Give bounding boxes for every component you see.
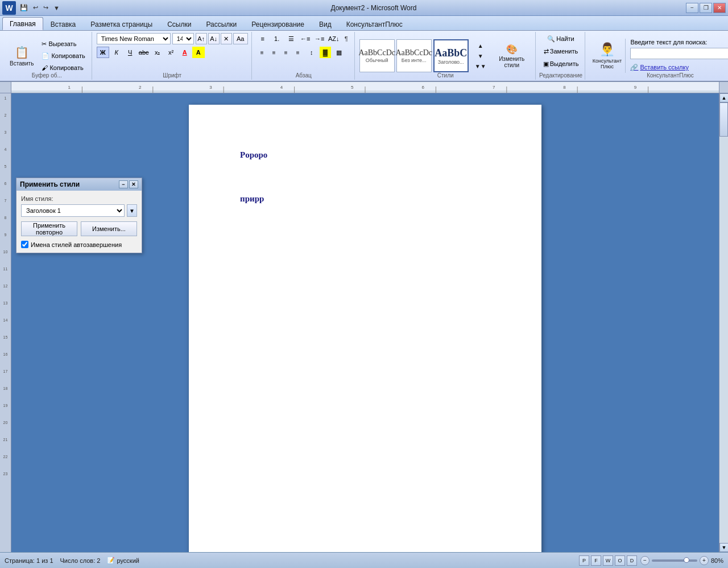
tab-konsultant[interactable]: КонсультантПлюс (339, 18, 410, 30)
styles-scroll-up[interactable]: ▲ (478, 43, 483, 49)
tab-insert[interactable]: Вставка (43, 18, 84, 30)
increase-indent-btn[interactable]: →≡ (313, 33, 326, 44)
format-painter-btn[interactable]: 🖌 Копировать (39, 62, 88, 73)
decrease-font-btn[interactable]: A↓ (208, 33, 220, 44)
close-btn[interactable]: ✕ (713, 3, 726, 13)
select-btn[interactable]: ▣ Выделить (540, 58, 582, 69)
save-quick-btn[interactable]: 💾 (18, 3, 30, 13)
borders-btn[interactable]: ▦ (333, 47, 345, 58)
ruler-num-11: 11 (0, 267, 11, 284)
increase-font-btn[interactable]: A↑ (196, 33, 207, 44)
styles-scroll-down[interactable]: ▼ (478, 53, 483, 59)
change-styles-icon: 🎨 (506, 44, 518, 55)
pilcrow-btn[interactable]: ¶ (342, 34, 351, 43)
line-spacing-btn[interactable]: ↕ (305, 47, 318, 58)
font-color-btn[interactable]: А (179, 47, 191, 58)
minimize-btn[interactable]: − (686, 3, 698, 13)
decrease-indent-btn[interactable]: ←≡ (299, 33, 312, 44)
style-select-row: Заголовок 1 ▼ (21, 204, 137, 217)
zoom-out-btn[interactable]: − (640, 556, 650, 565)
style-no-spacing[interactable]: AaBbCcDc Без инте... (396, 39, 432, 72)
style-normal[interactable]: AaBbCcDc Обычный (359, 39, 395, 72)
scroll-track[interactable] (719, 102, 728, 543)
web-view-btn[interactable]: W (603, 555, 613, 566)
svg-text:2: 2 (139, 85, 142, 90)
title-bar-controls: − ❒ ✕ (686, 3, 726, 13)
font-name-selector[interactable]: Times New Roman (97, 33, 171, 44)
clear-format-btn[interactable]: ✕ (221, 33, 232, 44)
panel-title-bar[interactable]: Применить стили − ✕ (16, 178, 142, 191)
bullets-btn[interactable]: ≡ (257, 33, 269, 44)
konsultant-search-input[interactable] (630, 48, 728, 59)
style-heading1[interactable]: AaBbC Заголово... (433, 39, 469, 72)
redo-quick-btn[interactable]: ↪ (42, 3, 50, 13)
tab-references[interactable]: Ссылки (160, 18, 198, 30)
highlight-btn[interactable]: А (192, 47, 205, 58)
tab-view[interactable]: Вид (312, 18, 339, 30)
multilevel-btn[interactable]: ☰ (285, 33, 297, 44)
tab-review[interactable]: Рецензирование (244, 18, 312, 30)
ribbon-group-font: Times New Roman 14 A↑ A↓ ✕ Aa Ж К Ч abc (93, 32, 252, 80)
find-btn[interactable]: 🔍 Найти (544, 33, 577, 44)
shading-btn[interactable]: ▓ (320, 47, 331, 58)
svg-text:3: 3 (209, 85, 212, 90)
styles-scroll-btns: ▲ ▼ ▼▼ (470, 39, 491, 72)
subscript-btn[interactable]: x₂ (151, 47, 164, 58)
align-left-btn[interactable]: ≡ (257, 47, 268, 58)
zoom-in-btn[interactable]: + (700, 556, 709, 565)
paste-icon: 📋 (15, 46, 29, 59)
sort-btn[interactable]: AZ↓ (328, 33, 340, 44)
draft-view-btn[interactable]: D (627, 555, 637, 566)
cut-btn[interactable]: ✂ Вырезать (39, 38, 88, 50)
numbering-btn[interactable]: 1. (271, 33, 283, 44)
svg-text:8: 8 (563, 85, 566, 90)
autocomplete-label: Имена стилей автозавершения (31, 241, 122, 248)
aa-btn[interactable]: Aa (233, 33, 248, 44)
scroll-up-btn[interactable]: ▲ (719, 93, 728, 102)
autocomplete-checkbox[interactable] (21, 241, 28, 248)
style-select[interactable]: Заголовок 1 (21, 204, 125, 217)
undo-quick-btn[interactable]: ↩ (31, 3, 40, 13)
zoom-level: 80% (711, 557, 723, 564)
align-justify-btn[interactable]: ≡ (292, 47, 304, 58)
underline-btn[interactable]: Ч (124, 47, 136, 58)
copy-btn[interactable]: 📄 Копировать (39, 50, 88, 61)
outline-view-btn[interactable]: O (615, 555, 625, 566)
document-area[interactable]: Pороро прирр (11, 93, 719, 552)
insert-link-btn[interactable]: 🔗 Вставить ссылку (630, 61, 728, 73)
italic-btn[interactable]: К (110, 47, 123, 58)
apply-again-btn[interactable]: Применить повторно (21, 221, 77, 236)
styles-more-btn[interactable]: ▼▼ (475, 63, 486, 69)
replace-btn[interactable]: ⇄ Заменить (541, 46, 581, 57)
panel-close-btn[interactable]: ✕ (129, 180, 138, 188)
fullscreen-view-btn[interactable]: F (591, 555, 601, 566)
bold-btn[interactable]: Ж (97, 47, 109, 58)
align-center-btn[interactable]: ≡ (268, 47, 280, 58)
panel-minimize-btn[interactable]: − (119, 180, 128, 188)
strikethrough-btn[interactable]: abc (138, 47, 150, 58)
ribbon-group-paragraph: ≡ 1. ☰ ←≡ →≡ AZ↓ ¶ ≡ ≡ ≡ ≡ ↕ ▓ ▦ Абзац (253, 32, 355, 80)
restore-btn[interactable]: ❒ (700, 3, 712, 13)
align-right-btn[interactable]: ≡ (280, 47, 292, 58)
ruler-num-5: 5 (0, 164, 11, 182)
tab-mailings[interactable]: Рассылки (198, 18, 244, 30)
customize-quick-btn[interactable]: ▼ (52, 3, 61, 13)
modify-btn[interactable]: Изменить... (81, 221, 137, 236)
scroll-down-btn[interactable]: ▼ (719, 543, 728, 552)
styles-content: AaBbCcDc Обычный AaBbCcDc Без инте... Aa… (359, 33, 532, 79)
superscript-btn[interactable]: x² (165, 47, 177, 58)
paste-btn[interactable]: 📋 Вставить (6, 39, 38, 72)
zoom-slider[interactable] (652, 559, 697, 562)
change-styles-btn[interactable]: 🎨 Изменить стили (492, 39, 532, 72)
tab-home[interactable]: Главная (2, 17, 43, 30)
konsultant-btn[interactable]: 👨‍💼 КонсультантПлюс (590, 39, 624, 72)
document-page[interactable]: Pороро прирр (189, 105, 541, 552)
print-view-btn[interactable]: P (579, 555, 589, 566)
tab-page-layout[interactable]: Разметка страницы (83, 18, 160, 30)
font-size-selector[interactable]: 14 (172, 33, 194, 44)
style-select-arrow[interactable]: ▼ (127, 204, 137, 217)
document-line2[interactable]: прирр (240, 194, 490, 204)
scroll-thumb[interactable] (719, 102, 728, 137)
ruler-num-18: 18 (0, 386, 11, 404)
document-line1[interactable]: Pороро (240, 150, 490, 160)
